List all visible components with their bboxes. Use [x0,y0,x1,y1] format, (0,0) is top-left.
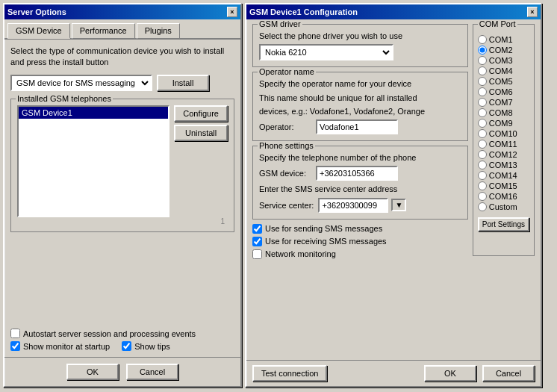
gsm-driver-group: GSM driver Select the phone driver you w… [252,24,468,67]
right-ok-button[interactable]: OK [424,365,476,382]
installed-gsm-group: Installed GSM telephones GSM Device1 Con… [10,99,234,232]
port-settings-button[interactable]: Port Settings [478,217,529,231]
right-ok-cancel: OK Cancel [424,365,535,382]
configure-button[interactable]: Configure [174,105,228,122]
left-close-button[interactable]: × [227,7,237,17]
left-bottom-buttons: OK Cancel [4,357,240,386]
radio-com11[interactable] [478,140,487,149]
com-port-item-com8: COM8 [478,108,529,117]
radio-com8[interactable] [478,108,487,117]
operator-input[interactable] [316,119,398,134]
autostart-label: Autostart server session and processing … [23,329,196,338]
com-port-item-com13: COM13 [478,161,529,169]
operator-desc3: devices, e.g.: Vodafone1, Vodafone2, Ora… [259,106,461,116]
tab-gsm-device[interactable]: GSM Device [7,23,70,39]
send-sms-row: Use for sending SMS messages [252,224,468,234]
uninstall-button[interactable]: Uninstall [174,125,228,141]
com-port-item-com12: COM12 [478,150,529,159]
receive-sms-checkbox[interactable] [252,237,262,246]
right-content: GSM driver Select the phone driver you w… [246,19,541,360]
radio-com1[interactable] [478,35,487,44]
device-dropdown[interactable]: GSM device for SMS messaging [10,75,152,91]
show-monitor-label: Show monitor at startup [23,342,110,351]
radio-com3[interactable] [478,56,487,65]
com-port-item-com9: COM9 [478,119,529,128]
tab-plugins[interactable]: Plugins [137,23,180,39]
tab-performance[interactable]: Performance [72,23,135,39]
gsm-device-label: GSM device: [259,169,311,178]
main-groups: GSM driver Select the phone driver you w… [252,24,468,262]
main-layout: GSM driver Select the phone driver you w… [252,24,535,262]
com-port-item-com1: COM1 [478,35,529,44]
com-port-label-com5: COM5 [489,77,513,86]
page-number: 1 [17,217,228,225]
com-port-item-com15: COM15 [478,181,529,190]
radio-com10[interactable] [478,129,487,138]
service-center-dropdown-btn[interactable]: ▼ [391,199,406,211]
radio-com16[interactable] [478,192,487,201]
phone-settings-group: Phone settings Specify the telephone num… [252,146,468,220]
radio-com9[interactable] [478,119,487,128]
install-buttons: Configure Uninstall [174,105,228,217]
radio-com5[interactable] [478,77,487,86]
installed-list-container: GSM Device1 Configure Uninstall [17,105,228,217]
com-port-label-com11: COM11 [489,140,517,149]
com-port-label-com16: COM16 [489,192,517,201]
com-port-label-com2: COM2 [489,46,513,55]
service-center-input[interactable] [318,198,388,213]
show-tips-label: Show tips [134,342,170,351]
radio-com6[interactable] [478,87,487,96]
receive-sms-label: Use for receiving SMS messages [265,237,387,246]
show-monitor-checkbox[interactable] [10,341,20,351]
left-window-title: Server Options [7,7,66,16]
radio-com2[interactable] [478,46,487,55]
device-select-row: GSM device for SMS messaging Install [10,75,234,91]
com-port-label-com15: COM15 [489,181,517,190]
phone-desc: Specify the telephone number of the phon… [259,152,461,163]
test-connection-button[interactable]: Test connection [252,365,327,382]
right-title-bar: GSM Device1 Configuration × [246,4,541,19]
install-button[interactable]: Install [157,75,209,91]
network-monitoring-label: Network monitoring [265,249,336,258]
com-port-item-com6: COM6 [478,87,529,96]
radio-com12[interactable] [478,150,487,159]
network-monitoring-checkbox[interactable] [252,249,262,259]
server-options-window: Server Options × GSM Device Performance … [3,3,242,388]
radio-com4[interactable] [478,66,487,75]
com-port-label-com12: COM12 [489,150,517,159]
left-cancel-button[interactable]: Cancel [126,364,178,380]
left-title-bar: Server Options × [4,4,240,19]
autostart-checkbox[interactable] [10,329,20,338]
receive-sms-row: Use for receiving SMS messages [252,237,468,246]
installed-list-box[interactable]: GSM Device1 [17,105,169,217]
operator-group: Operator name Specify the operator name … [252,72,468,141]
gsm-device-field-row: GSM device: [259,166,461,181]
radio-com15[interactable] [478,181,487,190]
com-port-item-com14: COM14 [478,171,529,180]
sms-center-desc: Enter the SMS service center address [259,184,461,194]
phone-driver-dropdown[interactable]: Nokia 6210 [259,44,393,60]
send-sms-label: Use for sending SMS messages [265,224,382,233]
send-sms-checkbox[interactable] [252,224,262,234]
gsm-device-input[interactable] [316,166,398,181]
left-ok-button[interactable]: OK [66,364,119,380]
com-ports-list: COM1COM2COM3COM4COM5COM6COM7COM8COM9COM1… [478,35,529,213]
right-close-button[interactable]: × [527,7,538,17]
com-port-label-com14: COM14 [489,171,517,180]
com-port-item-com7: COM7 [478,98,529,107]
radio-custom[interactable] [478,202,487,211]
show-tips-checkbox[interactable] [122,341,131,351]
left-title-buttons: × [227,7,237,17]
right-cancel-button[interactable]: Cancel [482,365,535,382]
operator-group-label: Operator name [258,67,316,76]
operator-field-row: Operator: [259,119,461,134]
com-port-group-label: COM Port [478,19,517,28]
show-monitor-row: Show monitor at startup [10,341,110,351]
radio-com14[interactable] [478,171,487,180]
right-title-buttons: × [527,7,538,17]
autostart-checkbox-row: Autostart server session and processing … [10,329,234,338]
radio-com13[interactable] [478,161,487,169]
list-item[interactable]: GSM Device1 [19,107,168,119]
radio-com7[interactable] [478,98,487,107]
phone-settings-label: Phone settings [258,141,315,150]
